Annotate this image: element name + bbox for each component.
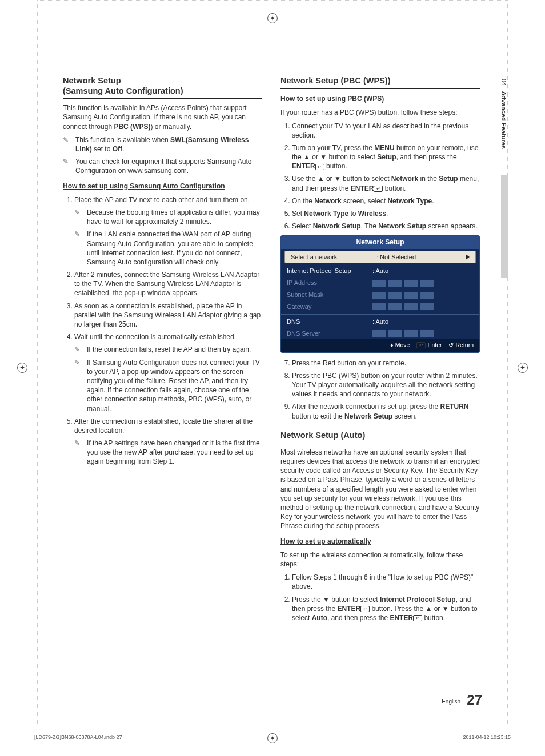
section-heading-pbc: Network Setup (PBC (WPS)) — [280, 75, 480, 89]
step-item: Press the ▼ button to select Internet Pr… — [292, 595, 480, 623]
sub-heading: How to set up automatically — [280, 537, 480, 546]
note-icon: ✎ — [74, 358, 82, 413]
step-item: Follow Steps 1 through 6 in the "How to … — [292, 573, 480, 591]
panel-row-subnet: Subnet Mask — [281, 289, 479, 301]
chapter-side-tab: 04 Advanced Features — [494, 75, 508, 172]
intro-line: If your router has a PBC (WPS) button, f… — [280, 108, 480, 117]
panel-title: Network Setup — [281, 236, 479, 248]
panel-row-gateway: Gateway — [281, 301, 479, 313]
return-icon: ↺ — [448, 341, 454, 349]
step-item: After the connection is established, loc… — [74, 417, 262, 467]
step-item: As soon as a connection is established, … — [74, 301, 262, 329]
auto-lead: To set up the wireless connection automa… — [280, 550, 480, 569]
note-icon: ✎ — [63, 135, 71, 154]
steps-list: Place the AP and TV next to each other a… — [63, 195, 262, 467]
side-thumb-index — [501, 175, 508, 278]
step-item: Use the ▲ or ▼ button to select Network … — [292, 174, 480, 192]
enter-icon — [360, 606, 370, 612]
enter-icon — [416, 342, 426, 348]
step-item: Press the Red button on your remote. — [292, 359, 480, 368]
note-item: ✎ This function is available when SWL(Sa… — [63, 135, 262, 154]
section-heading-samsung-auto: Network Setup (Samsung Auto Configuratio… — [63, 75, 262, 99]
sub-heading: How to set up using Samsung Auto Configu… — [63, 182, 262, 191]
registration-mark-icon — [267, 13, 278, 23]
intro-paragraph: This function is available in APs (Acces… — [63, 103, 262, 131]
left-column: Network Setup (Samsung Auto Configuratio… — [63, 75, 262, 626]
page-number: 27 — [467, 691, 482, 709]
step-item: Press the PBC (WPS) button on your route… — [292, 371, 480, 399]
panel-row-select-network: Select a network : Not Selected — [284, 251, 476, 264]
page-language: English — [442, 698, 460, 706]
panel-row-ip: IP Address — [281, 277, 479, 289]
note-icon: ✎ — [74, 208, 82, 226]
steps-list-pbc-cont: Press the Red button on your remote. Pre… — [280, 359, 480, 421]
note-item: ✎ You can check for equipment that suppo… — [63, 157, 262, 175]
registration-mark-icon — [518, 363, 528, 373]
step-item: Connect your TV to your LAN as described… — [292, 122, 480, 140]
step-item: After 2 minutes, connect the Samsung Wir… — [74, 270, 262, 298]
panel-row-ips: Internet Protocol Setup : Auto — [281, 265, 479, 277]
panel-row-dns: DNS : Auto — [281, 316, 479, 328]
step-item: Select Network Setup. The Network Setup … — [292, 222, 480, 231]
section-heading-auto: Network Setup (Auto) — [280, 430, 480, 443]
step-item: Set Network Type to Wireless. — [292, 209, 480, 218]
note-icon: ✎ — [74, 439, 82, 467]
step-item: On the Network screen, select Network Ty… — [292, 196, 480, 206]
registration-mark-icon — [17, 363, 27, 373]
step-item: Place the AP and TV next to each other a… — [74, 195, 262, 267]
note-icon: ✎ — [74, 345, 82, 354]
note-icon: ✎ — [63, 157, 71, 175]
right-column: Network Setup (PBC (WPS)) How to set up … — [280, 75, 480, 626]
enter-icon — [315, 164, 324, 170]
panel-row-dns-server: DNS Server — [281, 328, 479, 340]
steps-list-pbc: Connect your TV to your LAN as described… — [280, 122, 480, 231]
note-icon: ✎ — [74, 230, 82, 267]
auto-intro: Most wireless networks have an optional … — [280, 448, 480, 531]
footer-timestamp: 2011-04-12 10:23:15 — [463, 734, 511, 741]
updown-icon: ♦ — [390, 341, 393, 349]
step-item: After the network connection is set up, … — [292, 402, 480, 420]
steps-list-auto: Follow Steps 1 through 6 in the "How to … — [280, 573, 480, 622]
registration-mark-icon — [267, 733, 278, 743]
chevron-right-icon — [466, 254, 470, 260]
step-item: Turn on your TV, press the MENU button o… — [292, 143, 480, 171]
chapter-number: 04 — [500, 79, 507, 86]
enter-icon — [413, 615, 422, 621]
footer-filename: [LD679-ZG]BN68-03378A-L04.indb 27 — [34, 734, 122, 741]
panel-footer: ♦ Move Enter ↺ Return — [281, 339, 479, 352]
step-item: Wait until the connection is automatical… — [74, 332, 262, 413]
enter-icon — [374, 186, 383, 192]
network-setup-panel: Network Setup Select a network : Not Sel… — [280, 235, 480, 352]
sub-heading: How to set up using PBC (WPS) — [280, 94, 480, 103]
chapter-title: Advanced Features — [500, 91, 507, 148]
